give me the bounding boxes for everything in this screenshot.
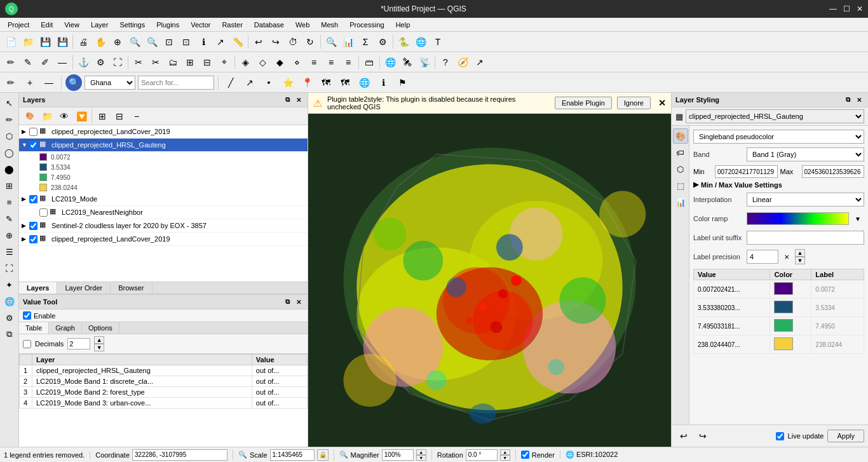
- remove-layer-panel-button[interactable]: −: [128, 108, 145, 125]
- rotation-down[interactable]: ▼: [500, 455, 510, 461]
- digitize-btn1[interactable]: ✏: [3, 54, 19, 71]
- statistical-button[interactable]: Σ: [357, 34, 374, 50]
- zoom-full-button[interactable]: ⊡: [161, 34, 177, 50]
- menu-edit[interactable]: Edit: [36, 20, 58, 30]
- dot-tool-button[interactable]: •: [261, 74, 277, 91]
- minimize-button[interactable]: —: [829, 4, 837, 13]
- color-ramp-menu-button[interactable]: ▼: [851, 210, 864, 227]
- save-project-button[interactable]: 💾: [37, 34, 53, 50]
- menu-database[interactable]: Database: [249, 20, 289, 30]
- render-type-select[interactable]: Singleband pseudocolor: [693, 130, 864, 144]
- styling-tab-masks[interactable]: ⬡: [673, 161, 688, 177]
- zoom-in-button[interactable]: 🔍: [126, 34, 143, 50]
- vt-tab-graph[interactable]: Graph: [49, 322, 82, 334]
- sidebar-tool-2[interactable]: ✏: [2, 112, 17, 127]
- layer-item-nearest[interactable]: ▦ LC2019_NearestNeighbor: [19, 206, 308, 219]
- apply-button[interactable]: Apply: [827, 430, 864, 442]
- tab-layers[interactable]: Layers: [19, 282, 57, 294]
- enable-checkbox[interactable]: [23, 311, 31, 320]
- snap-btn1[interactable]: ⚓: [75, 54, 92, 71]
- layer-checkbox-3[interactable]: [29, 195, 37, 203]
- yellow-star-button[interactable]: ⭐: [280, 74, 296, 91]
- edit-btn5[interactable]: ⊟: [199, 54, 215, 71]
- digitize-btn3[interactable]: ✐: [37, 54, 53, 71]
- menu-plugins[interactable]: Plugins: [151, 20, 184, 30]
- min-input[interactable]: [715, 165, 778, 178]
- band-select[interactable]: Band 1 (Gray): [747, 147, 864, 161]
- undo-style-button[interactable]: ↩: [675, 428, 692, 444]
- tab-layer-order[interactable]: Layer Order: [57, 282, 111, 294]
- layer-item-hrsl[interactable]: ▼ ▦ clipped_reprojected_HRSL_Gauteng: [19, 139, 308, 152]
- sidebar-tool-13[interactable]: 🌐: [2, 294, 17, 309]
- styling-tab-histogram[interactable]: 📊: [673, 194, 688, 210]
- vertex-btn6[interactable]: ≡: [323, 54, 339, 71]
- vt-float-button[interactable]: ⧉: [282, 297, 292, 307]
- vertex-btn7[interactable]: ≡: [340, 54, 356, 71]
- styling-float-button[interactable]: ⧉: [843, 95, 853, 105]
- sidebar-tool-9[interactable]: ⊕: [2, 228, 17, 243]
- digitize-btn2[interactable]: ✎: [20, 54, 36, 71]
- map-area[interactable]: ⚠ Plugin table2style: This plugin is dis…: [308, 93, 671, 447]
- collapse-all-button[interactable]: ⊟: [111, 108, 128, 125]
- magnifier-down[interactable]: ▼: [416, 455, 426, 461]
- sidebar-tool-5[interactable]: ⬤: [2, 161, 17, 177]
- menu-project[interactable]: Project: [3, 20, 34, 30]
- enable-label[interactable]: Enable: [34, 312, 55, 320]
- layer-checkbox-4[interactable]: [39, 208, 48, 217]
- satellite-btn[interactable]: 🛰: [399, 54, 416, 71]
- edit-btn2[interactable]: ✂: [147, 54, 164, 71]
- scale-lock-button[interactable]: 🔒: [317, 449, 329, 461]
- label-unit-input[interactable]: [747, 231, 864, 245]
- sidebar-tool-14[interactable]: ⚙: [2, 310, 17, 325]
- digitize-btn4[interactable]: —: [54, 54, 71, 71]
- menu-view[interactable]: View: [59, 20, 85, 30]
- vt-tab-table[interactable]: Table: [19, 322, 49, 334]
- enable-plugin-button[interactable]: Enable Plugin: [555, 97, 612, 109]
- menu-raster[interactable]: Raster: [217, 20, 247, 30]
- db-btn[interactable]: 🗃: [361, 54, 377, 71]
- refresh-button[interactable]: ↻: [302, 34, 318, 50]
- python-button[interactable]: 🐍: [395, 34, 412, 50]
- color-swatch-2[interactable]: [770, 299, 811, 317]
- sidebar-tool-11[interactable]: ⛶: [2, 261, 17, 276]
- zoom-to-layer-button[interactable]: ⊕: [109, 34, 126, 50]
- edit-btn3[interactable]: 🗂: [165, 54, 181, 71]
- globe-btn[interactable]: 🌐: [382, 54, 398, 71]
- undo-button[interactable]: ↩: [250, 34, 267, 50]
- layer-item-landcover-2019b[interactable]: ▶ ▦ clipped_reprojected_LandCover_2019: [19, 233, 308, 246]
- layer-item-lc2019-mode[interactable]: ▶ ▦ LC2019_Mode: [19, 193, 308, 206]
- map-btn1[interactable]: 🗺: [318, 74, 334, 91]
- color-swatch-3[interactable]: [770, 317, 811, 336]
- styling-tab-3d[interactable]: ⬚: [673, 178, 688, 193]
- layer-item-sentinel[interactable]: ▶ ▦ Sentinel-2 cloudless layer for 2020 …: [19, 219, 308, 233]
- menu-help[interactable]: Help: [391, 20, 416, 30]
- redo-style-button[interactable]: ↪: [695, 428, 711, 444]
- browser-button[interactable]: 🌐: [412, 34, 429, 50]
- layer-visibility-button[interactable]: 👁: [56, 108, 72, 125]
- filter-button[interactable]: 🔽: [73, 108, 90, 125]
- menu-settings[interactable]: Settings: [114, 20, 150, 30]
- map-canvas[interactable]: [308, 114, 671, 447]
- rotation-up[interactable]: ▲: [500, 449, 510, 455]
- max-input[interactable]: [802, 165, 865, 178]
- styling-tab-symbology[interactable]: 🎨: [673, 128, 688, 144]
- sidebar-tool-15[interactable]: ⧉: [2, 327, 17, 342]
- text-button[interactable]: T: [430, 34, 446, 50]
- expand-all-button[interactable]: ⊞: [94, 108, 111, 125]
- remote-btn[interactable]: 📡: [416, 54, 433, 71]
- vertex-btn3[interactable]: ◆: [271, 54, 288, 71]
- color-swatch-4[interactable]: [770, 336, 811, 354]
- close-button[interactable]: ✕: [857, 4, 863, 13]
- nav-btn[interactable]: 🧭: [454, 54, 471, 71]
- interpolation-select[interactable]: Linear: [747, 193, 864, 207]
- layer-item-landcover-2019[interactable]: ▶ ▦ clipped_reprojected_LandCover_2019: [19, 125, 308, 139]
- scale-input[interactable]: [270, 449, 315, 461]
- styling-close-button[interactable]: ✕: [854, 95, 864, 105]
- sidebar-tool-10[interactable]: ☰: [2, 244, 17, 259]
- nav-btn2[interactable]: ↗: [471, 54, 488, 71]
- rotation-input[interactable]: [466, 449, 498, 461]
- pan-button[interactable]: ✋: [92, 34, 109, 50]
- coordinate-input[interactable]: [132, 449, 227, 461]
- map-btn3[interactable]: 🌐: [356, 74, 372, 91]
- styling-layer-select[interactable]: clipped_reprojected_HRSL_Gauteng: [686, 109, 864, 123]
